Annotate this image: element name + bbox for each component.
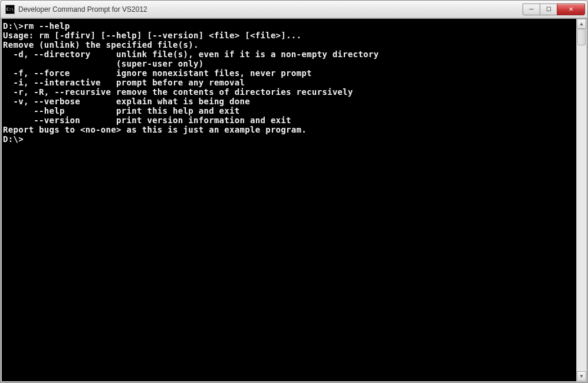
terminal-output[interactable]: D:\>rm --helpUsage: rm [-dfirv] [--help]…: [2, 19, 576, 381]
close-icon: ✕: [569, 6, 573, 12]
terminal-line: Usage: rm [-dfirv] [--help] [--version] …: [3, 31, 576, 40]
terminal-line: D:\>: [3, 134, 576, 144]
terminal-line: D:\>rm --help: [3, 21, 576, 31]
terminal-line: --version print version information and …: [3, 115, 576, 125]
terminal-line: -d, --directory unlink file(s), even if …: [3, 49, 576, 59]
minimize-icon: ─: [529, 6, 533, 12]
vertical-scrollbar[interactable]: ▲ ▼: [576, 19, 586, 381]
terminal-line: --help print this help and exit: [3, 106, 576, 115]
terminal-line: -v, --verbose explain what is being done: [3, 97, 576, 106]
cmd-icon: C:\: [5, 5, 15, 14]
terminal-line: (super-user only): [3, 59, 576, 68]
titlebar[interactable]: C:\ Developer Command Prompt for VS2012 …: [1, 1, 587, 18]
terminal-line: -f, --force ignore nonexistant files, ne…: [3, 68, 576, 78]
close-button[interactable]: ✕: [557, 4, 585, 15]
scroll-thumb[interactable]: [577, 29, 586, 45]
window-controls: ─ ☐ ✕: [523, 4, 585, 15]
minimize-button[interactable]: ─: [523, 4, 540, 15]
window-title: Developer Command Prompt for VS2012: [18, 5, 523, 14]
terminal-frame: D:\>rm --helpUsage: rm [-dfirv] [--help]…: [1, 18, 587, 382]
maximize-button[interactable]: ☐: [540, 4, 557, 15]
scroll-down-button[interactable]: ▼: [577, 371, 586, 381]
terminal-line: -r, -R, --recursive remove the contents …: [3, 87, 576, 97]
arrow-up-icon: ▲: [579, 21, 584, 27]
scroll-track[interactable]: [577, 29, 586, 371]
scroll-up-button[interactable]: ▲: [577, 19, 586, 29]
terminal-line: Remove (unlink) the specified file(s).: [3, 40, 576, 49]
arrow-down-icon: ▼: [579, 374, 584, 379]
maximize-icon: ☐: [546, 6, 551, 12]
window-frame: C:\ Developer Command Prompt for VS2012 …: [0, 0, 588, 383]
terminal-line: Report bugs to <no-one> as this is just …: [3, 125, 576, 134]
terminal-line: -i, --interactive prompt before any remo…: [3, 78, 576, 87]
